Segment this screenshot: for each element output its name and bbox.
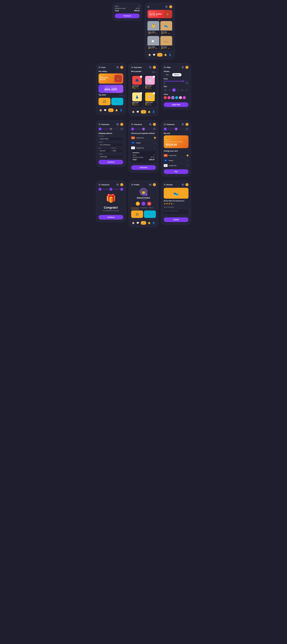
fav-btn-2[interactable]: ♡: [153, 76, 155, 78]
cp-google[interactable]: G Google Pay: [164, 163, 188, 168]
menu-icon-review[interactable]: [164, 184, 166, 186]
full-name-input[interactable]: [99, 137, 123, 140]
shop-item-3[interactable]: 🍼 Baby clothe ⭐ $05.20 · ★4.8: [147, 36, 159, 50]
profile-search-icon[interactable]: 🔍: [149, 183, 152, 186]
menu-icon-feed[interactable]: [99, 67, 100, 68]
search-icon[interactable]: 🔍: [165, 5, 168, 8]
payment-search-icon[interactable]: 🔍: [149, 123, 152, 126]
review-cart-icon[interactable]: 🛒: [185, 183, 188, 186]
size-x-btn[interactable]: X: [185, 88, 188, 92]
nav-user[interactable]: 👤: [169, 54, 171, 56]
profile-tab-recent[interactable]: Recent search: [131, 207, 139, 209]
kids-product-2[interactable]: 👕 ♡ Pink t-shirt ⭐ $29.00 ★★★★★ 4.8: [144, 75, 156, 90]
cp-google-radio[interactable]: [187, 164, 188, 166]
checkout-button[interactable]: Checkout: [115, 14, 140, 18]
payment-paypal[interactable]: PP Paypal: [131, 140, 156, 146]
address-input[interactable]: [99, 143, 123, 146]
shipping-search-icon[interactable]: 🔍: [116, 123, 119, 126]
zip-input[interactable]: [111, 149, 123, 152]
google-radio[interactable]: [154, 147, 156, 149]
cp-credit-radio[interactable]: [187, 154, 188, 156]
nav-user-feed[interactable]: 👤: [120, 109, 122, 112]
country-select[interactable]: United state: [99, 155, 123, 158]
size-xs-btn[interactable]: XS: [164, 88, 167, 92]
deal-shoes[interactable]: 👟: [111, 98, 123, 105]
size-l-btn[interactable]: L: [176, 88, 180, 92]
submit-review-button[interactable]: Submit: [164, 218, 188, 222]
shipping-cart-icon[interactable]: 🛒: [120, 123, 123, 126]
view-all-link[interactable]: View all: [119, 95, 123, 96]
shop-item-2[interactable]: 👟 Pink shoe ⭐ $09.00 · ★4.7: [160, 21, 172, 35]
credit-radio[interactable]: [154, 137, 156, 139]
nav-bell-feed[interactable]: 🔔: [115, 109, 118, 112]
shop-item-4[interactable]: 👡 Pink shoe ⭐ $09.00 · ★4.7: [160, 36, 172, 50]
color-pink[interactable]: [168, 96, 171, 99]
deal-headphones[interactable]: 🎧: [99, 98, 111, 105]
kids-product-1[interactable]: 🧥 ♡ Red hoodie ⭐ $15.00 ★★★★☆ 4.5: [131, 75, 143, 90]
menu-icon-checkout-payment[interactable]: [164, 124, 166, 125]
nav-home-profile[interactable]: 🏠: [132, 222, 135, 224]
congrats-search-icon[interactable]: 🔍: [116, 183, 119, 186]
size-xl-btn[interactable]: XL: [181, 88, 184, 92]
nav-home-kids[interactable]: 🏠: [132, 110, 135, 113]
size-m-btn[interactable]: M: [172, 88, 176, 92]
menu-icon-kids[interactable]: [131, 67, 133, 68]
pay-checkout-button[interactable]: Checkout: [131, 165, 156, 170]
cp-search-icon[interactable]: 🔍: [181, 123, 184, 126]
nav-chat-kids[interactable]: 💬: [136, 110, 139, 113]
menu-icon-shipping[interactable]: [99, 124, 100, 125]
price-slider-thumb[interactable]: [182, 80, 184, 82]
kids-search-icon[interactable]: 🔍: [149, 66, 152, 69]
gender-men-btn[interactable]: Men: [164, 73, 171, 76]
paypal-radio[interactable]: [154, 142, 156, 144]
congrats-continue-button[interactable]: Continue: [99, 215, 123, 220]
size-s-btn[interactable]: S: [168, 88, 171, 92]
menu-icon[interactable]: [147, 6, 149, 8]
cart-icon[interactable]: 🛒: [169, 5, 172, 8]
profile-tab-transac[interactable]: Transac...: [149, 207, 154, 209]
nav-bell-kids[interactable]: 🔔: [148, 110, 151, 113]
review-search-icon[interactable]: 🔍: [181, 183, 184, 186]
feed-cart-icon[interactable]: 🛒: [120, 66, 123, 69]
stat-bag-icon[interactable]: 🛍: [147, 202, 151, 206]
nav-chat[interactable]: 💬: [153, 54, 155, 56]
nav-user-kids[interactable]: 👤: [152, 110, 155, 113]
filter-search-icon[interactable]: 🔍: [181, 66, 184, 69]
congrats-cart-icon[interactable]: 🛒: [120, 183, 123, 186]
cp-cart-icon[interactable]: 🛒: [185, 123, 188, 126]
nav-shop-active[interactable]: 🛒: [157, 53, 163, 56]
profile-edit-icon[interactable]: ✏: [145, 194, 148, 196]
payment-cart-icon[interactable]: 🛒: [153, 123, 156, 126]
apply-filter-button[interactable]: Apply filter: [164, 102, 188, 107]
menu-icon-profile[interactable]: [131, 184, 133, 186]
color-red[interactable]: [164, 96, 167, 99]
winter-banner[interactable]: Winter Collection 65% OFF: [99, 85, 123, 93]
review-textarea[interactable]: [164, 209, 188, 214]
fav-btn-3[interactable]: ♡: [140, 92, 142, 94]
pay-button[interactable]: Pay: [164, 169, 188, 174]
continue-button[interactable]: Continue: [99, 160, 123, 164]
nav-shop-profile[interactable]: 🛒: [141, 221, 146, 225]
menu-icon-payment[interactable]: [131, 124, 133, 125]
nav-bell[interactable]: 🔔: [164, 54, 167, 56]
cp-credit[interactable]: MC Credit Card: [164, 153, 188, 158]
city-select[interactable]: New york: [99, 149, 111, 152]
nav-home[interactable]: 🏠: [148, 54, 151, 56]
color-purple[interactable]: [171, 96, 174, 99]
color-cyan[interactable]: [175, 96, 178, 99]
payment-google[interactable]: G Google Pay: [131, 146, 156, 150]
nav-shop-kids[interactable]: 🛒: [141, 110, 146, 114]
filter-cart-icon[interactable]: 🛒: [185, 66, 188, 69]
stat-heart-icon[interactable]: 💜: [141, 202, 146, 206]
fav-btn-4[interactable]: ♡: [153, 92, 155, 94]
profile-cart-icon[interactable]: 🛒: [153, 183, 156, 186]
menu-icon-congrats[interactable]: [99, 184, 100, 186]
review-stars[interactable]: ★★★★☆: [164, 202, 188, 205]
feed-search-icon[interactable]: 🔍: [116, 66, 119, 69]
menu-icon-filter[interactable]: [164, 67, 166, 68]
kids-product-4[interactable]: 👚 ♡ Yellow t-shirt ⭐ $15.00 ★★★★☆ 4.5: [144, 92, 156, 107]
profile-tab-purchase[interactable]: My purchase: [140, 207, 147, 209]
fav-btn-1[interactable]: ♡: [140, 76, 142, 78]
kids-cart-icon[interactable]: 🛒: [153, 66, 156, 69]
hot-item[interactable]: Kids Red Hoodie $13.99 ★★★★☆ 4.5 👦: [99, 74, 123, 84]
